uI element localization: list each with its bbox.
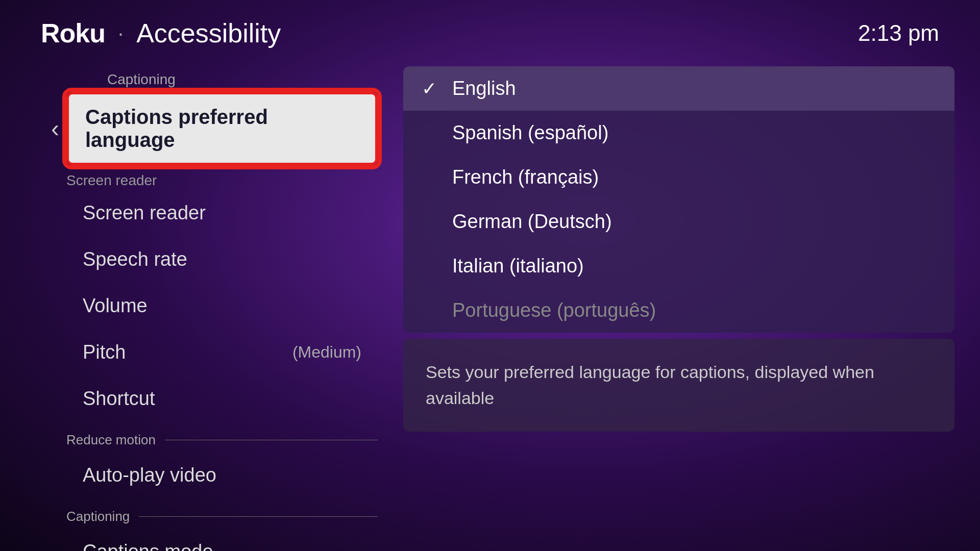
back-button[interactable]: ‹ [40,113,70,144]
selected-item-wrapper: ‹ Captions preferred language [31,92,388,165]
captioning2-label: Captioning [66,509,130,524]
left-panel: Captioning ‹ Captions preferred language… [0,66,388,551]
screen-reader-label: Screen reader [83,202,206,224]
divider-line2 [139,516,378,517]
description-text: Sets your preferred language for caption… [426,362,874,408]
selected-item-text: Captions preferred language [85,106,359,152]
captions-mode-item[interactable]: Captions mode [66,530,378,551]
captions-preferred-language-item[interactable]: Captions preferred language [66,92,378,165]
auto-play-video-item[interactable]: Auto-play video [66,453,378,497]
header-left: Roku · Accessibility [41,18,281,48]
lang-english: English [452,78,516,99]
lang-item-english[interactable]: ✓ English [403,66,954,111]
language-dropdown: ✓ English Spanish (español) French (fran… [403,66,954,333]
main-content: Captioning ‹ Captions preferred language… [0,66,980,551]
roku-logo: Roku [41,18,105,48]
lang-french: French (français) [452,166,599,188]
speech-rate-item[interactable]: Speech rate [66,237,378,282]
volume-label: Volume [83,295,148,317]
speech-rate-label: Speech rate [83,248,187,270]
captions-mode-label: Captions mode [83,541,213,551]
shortcut-label: Shortcut [83,388,155,410]
header: Roku · Accessibility 2:13 pm [0,0,980,66]
lang-italian: Italian (italiano) [452,255,584,277]
pitch-item[interactable]: Pitch (Medium) [66,330,378,374]
lang-item-italian[interactable]: Italian (italiano) [403,244,954,288]
description-box: Sets your preferred language for caption… [403,339,954,432]
lang-german: German (Deutsch) [452,211,612,233]
clock: 2:13 pm [858,20,939,46]
captioning-section-label: Captioning [66,71,176,87]
pitch-value: (Medium) [292,343,361,362]
right-panel: ✓ English Spanish (español) French (fran… [388,66,980,551]
back-chevron-icon: ‹ [51,116,59,141]
lang-item-portuguese[interactable]: Portuguese (português) [403,288,954,333]
shortcut-item[interactable]: Shortcut [66,377,378,421]
screen-reader-section-label: Screen reader [31,168,388,191]
lang-spanish: Spanish (español) [452,122,608,144]
pitch-label: Pitch [83,341,126,363]
lang-item-spanish[interactable]: Spanish (español) [403,111,954,155]
lang-item-french[interactable]: French (français) [403,155,954,199]
lang-portuguese: Portuguese (português) [452,299,656,321]
divider-line [165,440,378,440]
lang-item-german[interactable]: German (Deutsch) [403,199,954,244]
header-separator: · [118,22,124,45]
page-title: Accessibility [136,18,281,48]
reduce-motion-section: Reduce motion [31,423,388,453]
reduce-motion-label: Reduce motion [66,432,156,448]
captioning2-section: Captioning [31,499,388,530]
checkmark-icon: ✓ [422,78,440,99]
auto-play-label: Auto-play video [83,464,216,486]
screen-reader-item[interactable]: Screen reader [66,191,378,235]
volume-item[interactable]: Volume [66,284,378,328]
